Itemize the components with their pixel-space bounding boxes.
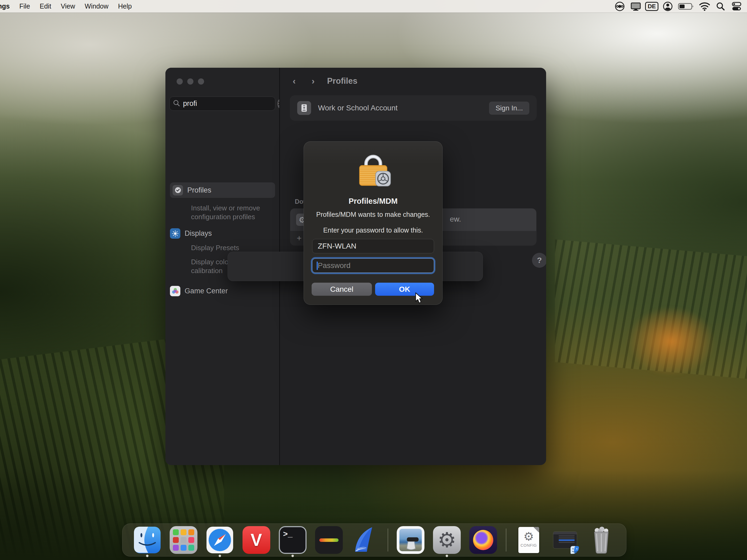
keyboard-layout-badge[interactable]: DE (646, 0, 658, 12)
nextcloud-icon[interactable] (614, 0, 626, 12)
display-mirroring-icon[interactable] (629, 0, 642, 12)
running-indicator (291, 555, 294, 557)
dock-gradient-meter-icon[interactable] (315, 526, 343, 554)
dock-safari-icon[interactable] (206, 526, 234, 554)
config-label: CONFIG (520, 543, 537, 548)
gear-icon: ⚙ (438, 530, 456, 551)
dialog-title: Profiles/MDM (304, 197, 443, 206)
forward-chevron-icon[interactable]: › (312, 76, 314, 86)
spotlight-search-icon[interactable] (715, 0, 727, 12)
dock-launchpad-icon[interactable] (170, 526, 198, 554)
close-window-button[interactable] (177, 78, 183, 84)
dock-separator (506, 529, 506, 552)
dock: V >_ ⚙ (122, 524, 626, 557)
sidebar-item-label: Game Center (185, 287, 228, 295)
dock-finder-icon[interactable] (133, 526, 161, 554)
password-field[interactable] (312, 259, 434, 273)
wifi-icon[interactable] (698, 0, 711, 12)
profiles-seal-icon (173, 185, 183, 195)
sidebar-item-profiles-description[interactable]: Install, view or remove configuration pr… (191, 204, 273, 221)
dock-config-profile-icon[interactable]: ⚙ CONFIG (515, 526, 543, 554)
wallpaper-autumn-tree (627, 306, 715, 376)
sign-in-button[interactable]: Sign In... (489, 102, 529, 115)
mouse-cursor (414, 292, 425, 305)
id-badge-icon (297, 101, 311, 115)
running-indicator (146, 555, 149, 557)
battery-icon[interactable] (678, 0, 695, 12)
downloaded-row-text-fragment: ew. (450, 215, 461, 223)
page-title: Profiles (327, 76, 358, 86)
authentication-dialog: Profiles/MDM Profiles/MDM wants to make … (304, 141, 443, 305)
work-or-school-label: Work or School Account (318, 104, 397, 112)
sidebar-item-label: Displays (185, 229, 212, 238)
help-button[interactable]: ? (532, 253, 546, 268)
menu-window[interactable]: Window (80, 0, 113, 12)
sidebar-item-game-center[interactable]: Game Center (170, 286, 275, 296)
work-or-school-card: Work or School Account Sign In... (290, 96, 536, 120)
dock-trash-icon[interactable] (588, 526, 615, 554)
app-menu-truncated[interactable]: ngs (0, 0, 15, 12)
sidebar-item-label: Profiles (187, 186, 211, 194)
firefox-globe (473, 530, 493, 550)
dock-firefox-icon[interactable] (469, 526, 497, 554)
menu-help[interactable]: Help (113, 0, 136, 12)
lock-icon (304, 149, 443, 189)
sidebar-item-displays[interactable]: Displays (170, 228, 275, 239)
username-field[interactable] (312, 239, 434, 253)
dialog-prompt: Enter your password to allow this. (304, 226, 443, 234)
search-field[interactable]: ✕ (170, 97, 275, 111)
back-chevron-icon[interactable]: ‹ (293, 76, 295, 86)
dock-minimized-window-icon[interactable] (551, 526, 579, 554)
running-indicator (446, 555, 448, 557)
dock-preview-icon[interactable] (397, 526, 424, 554)
sidebar-item-display-presets[interactable]: Display Presets (191, 244, 273, 252)
dock-system-settings-icon[interactable]: ⚙ (433, 526, 461, 554)
menu-file[interactable]: File (15, 0, 35, 12)
text-caret (317, 262, 318, 270)
dock-terminal-icon[interactable]: >_ (279, 526, 307, 554)
traffic-lights (177, 78, 204, 84)
game-center-icon (170, 286, 180, 296)
cancel-button[interactable]: Cancel (312, 283, 372, 296)
sidebar-item-profiles[interactable]: Profiles (170, 182, 275, 198)
search-input[interactable] (183, 100, 278, 108)
running-indicator (219, 555, 221, 557)
finder-badge-icon (570, 546, 579, 554)
wallpaper-vineyard-right (555, 239, 747, 379)
menu-bar: ngs File Edit View Window Help DE (0, 0, 747, 12)
menu-edit[interactable]: Edit (35, 0, 56, 12)
minimize-window-button[interactable] (187, 78, 194, 84)
gear-icon: ⚙ (523, 531, 534, 542)
user-account-icon[interactable] (662, 0, 674, 12)
ok-button[interactable]: OK (375, 283, 434, 296)
displays-sun-icon (170, 228, 180, 239)
zoom-window-button[interactable] (198, 78, 204, 84)
menu-view[interactable]: View (56, 0, 80, 12)
dock-wireshark-icon[interactable] (351, 526, 379, 554)
page-fold (533, 527, 539, 533)
dock-separator (388, 529, 388, 552)
control-center-icon[interactable] (730, 0, 743, 12)
add-profile-button[interactable]: + (297, 234, 302, 242)
dock-vivaldi-icon[interactable]: V (242, 526, 270, 554)
search-icon (173, 100, 180, 108)
dialog-message: Profiles/MDM wants to make changes. (304, 211, 443, 218)
